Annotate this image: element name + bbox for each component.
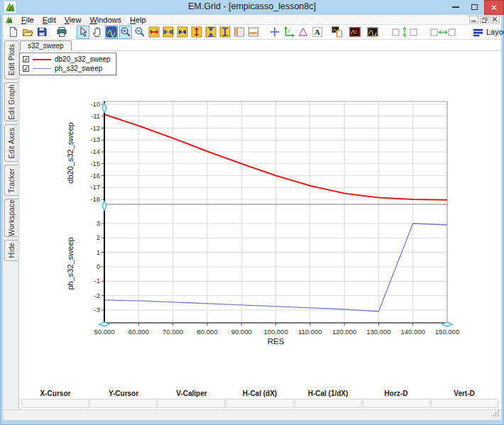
plot-style-red-button[interactable] — [349, 26, 361, 39]
expand-y-button[interactable] — [190, 26, 203, 39]
readout-column-label: Horz-D — [362, 390, 430, 397]
app-logo-small-icon — [4, 16, 14, 24]
legend-checkbox[interactable]: ✓ — [23, 65, 29, 72]
sidebar-tab-label: Edit Axes — [8, 128, 16, 159]
readout-column-label: H-Cal (1/dX) — [294, 390, 362, 397]
svg-text:-2: -2 — [94, 292, 100, 299]
split-left-button[interactable] — [233, 26, 246, 39]
svg-text:100.000: 100.000 — [263, 328, 287, 336]
menu-windows[interactable]: Windows — [85, 16, 126, 24]
add-text-button[interactable]: A — [311, 26, 324, 39]
svg-text:3: 3 — [97, 219, 100, 227]
sidebar-tab-hide[interactable]: Hide — [4, 240, 18, 261]
save-file-button[interactable] — [35, 26, 48, 39]
readout-column-label: Vert-D — [430, 390, 498, 397]
child-close-button[interactable] — [491, 16, 500, 23]
svg-text:120.000: 120.000 — [332, 328, 356, 336]
zoom-in-button[interactable] — [119, 26, 132, 39]
sidebar-tab-edit-plots[interactable]: Edit Plots — [4, 40, 18, 79]
axes-tool-icon — [283, 26, 295, 38]
status-bar — [3, 409, 501, 420]
legend-line-sample — [33, 59, 51, 60]
fit-x-button[interactable] — [176, 26, 189, 39]
menu-file[interactable]: File — [17, 16, 38, 24]
sidebar-tab-label: Hide — [8, 243, 16, 258]
save-file-icon — [36, 26, 48, 38]
new-document-icon — [8, 26, 19, 38]
select-cursor-button[interactable] — [77, 26, 89, 39]
zoom-out-button[interactable] — [133, 26, 146, 39]
readout-column-label: Y-Cursor — [89, 390, 158, 397]
child-minimize-button[interactable] — [469, 16, 478, 23]
x-axis-label: RES — [268, 337, 285, 346]
menu-bar: FileEditViewWindowsHelp — [3, 15, 501, 25]
sidebar-tab-edit-axes[interactable]: Edit Axes — [4, 124, 18, 162]
layout-dropdown-button[interactable]: Layout▼ — [469, 26, 504, 39]
copy-plot-icon — [332, 26, 343, 38]
minimize-button[interactable] — [447, 0, 464, 14]
link-horizontal-icon — [429, 26, 456, 38]
plot-legend: ✓db20_s32_sweep✓ph_s32_sweep — [19, 53, 116, 75]
zoom-region-button[interactable] — [105, 26, 118, 39]
legend-checkbox[interactable]: ✓ — [23, 56, 29, 62]
child-restore-button[interactable] — [480, 16, 489, 23]
shrink-y-button[interactable] — [204, 26, 217, 39]
copy-plot-button[interactable] — [331, 26, 344, 39]
expand-x-icon — [148, 26, 160, 38]
link-vertical-button[interactable] — [390, 26, 419, 39]
maximize-button[interactable] — [466, 0, 483, 14]
delta-marker-icon — [297, 26, 309, 38]
readout-column-label: V-Caliper — [158, 390, 226, 397]
svg-text:70.000: 70.000 — [163, 328, 183, 336]
open-file-button[interactable] — [21, 26, 34, 39]
document-tab[interactable]: s32_sweep — [20, 40, 72, 51]
sidebar-tab-edit-graph[interactable]: Edit Graph — [4, 82, 18, 121]
svg-text:60.000: 60.000 — [128, 328, 149, 336]
delta-marker-button[interactable] — [297, 26, 309, 39]
sidebar-tab-label: Tracker — [8, 168, 16, 193]
cursor-readout-values — [21, 399, 498, 408]
legend-label: ph_s32_sweep — [55, 65, 102, 72]
resize-grip-icon[interactable] — [493, 407, 500, 419]
shrink-x-icon — [163, 26, 174, 38]
axes-tool-button[interactable] — [283, 26, 295, 39]
close-button[interactable]: ✕ — [484, 0, 504, 15]
shrink-y-icon — [205, 26, 217, 38]
fit-x-icon — [177, 26, 188, 38]
expand-x-button[interactable] — [148, 26, 160, 39]
cursor-readout-header: X-CursorY-CursorV-CaliperH-Cal (dX)H-Cal… — [21, 390, 498, 397]
add-crosshair-icon — [269, 26, 280, 38]
fit-y-button[interactable] — [219, 26, 231, 39]
app-window: EM.Grid - [empicasso_lesson8c] ✕ FileEdi… — [0, 0, 504, 425]
svg-text:-10: -10 — [90, 100, 100, 108]
new-document-button[interactable] — [7, 26, 20, 39]
shrink-x-button[interactable] — [162, 26, 175, 39]
layout-icon — [473, 27, 483, 38]
link-horizontal-button[interactable] — [429, 26, 457, 39]
print-button[interactable] — [55, 26, 68, 39]
y-axis-label: db20_s32_sweep — [66, 122, 75, 183]
svg-text:140.000: 140.000 — [401, 328, 425, 336]
add-text-icon: A — [312, 26, 323, 38]
menu-help[interactable]: Help — [126, 16, 150, 24]
sidebar-tab-tracker[interactable]: Tracker — [4, 165, 18, 196]
sidebar-tab-workspace[interactable]: Workspace — [4, 199, 18, 237]
axis-handle-icon[interactable] — [102, 201, 106, 211]
menu-view[interactable]: View — [60, 16, 86, 24]
add-crosshair-button[interactable] — [268, 26, 281, 39]
plot-area[interactable]: -10-11-12-13-14-15-16-17-18db20_s32_swee… — [64, 98, 490, 348]
readout-value-cell — [295, 399, 362, 408]
menu-edit[interactable]: Edit — [38, 16, 60, 24]
split-bottom-button[interactable] — [247, 26, 260, 39]
readout-column-label: X-Cursor — [21, 390, 89, 397]
split-left-icon — [234, 26, 245, 38]
y-axis-label: ph_s32_sweep — [66, 237, 75, 289]
print-icon — [56, 26, 67, 38]
link-vertical-icon — [391, 26, 418, 38]
pan-hand-button[interactable] — [91, 26, 104, 39]
svg-text:A: A — [314, 28, 320, 36]
plot-style-dark-button[interactable] — [366, 26, 379, 39]
svg-text:110.000: 110.000 — [298, 328, 322, 336]
readout-value-cell — [226, 399, 293, 408]
zoom-region-icon — [106, 26, 117, 38]
